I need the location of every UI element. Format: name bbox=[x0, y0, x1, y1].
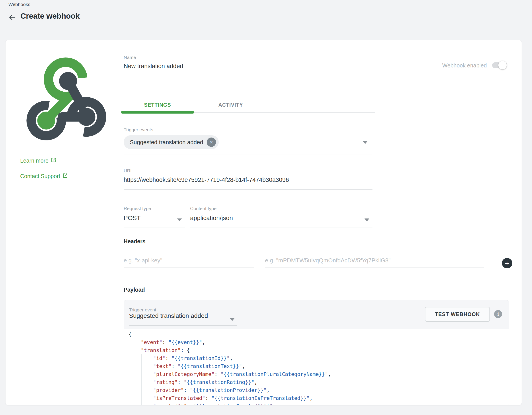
payload-title: Payload bbox=[124, 287, 145, 293]
learn-more-link[interactable]: Learn more bbox=[20, 157, 56, 164]
divider bbox=[124, 155, 372, 155]
add-header-button[interactable]: + bbox=[502, 258, 512, 268]
trigger-event-label: Trigger event bbox=[129, 307, 156, 313]
close-icon[interactable]: ✕ bbox=[207, 138, 216, 147]
learn-more-label: Learn more bbox=[20, 158, 48, 164]
url-label: URL bbox=[124, 168, 133, 173]
chevron-down-icon bbox=[177, 218, 182, 221]
name-input[interactable] bbox=[124, 61, 372, 70]
breadcrumb[interactable]: Webhooks bbox=[9, 2, 30, 7]
code-line: "createdAt": "{{translationCreatedAt}}", bbox=[129, 402, 509, 405]
indent-guide bbox=[128, 338, 128, 405]
code-line: "isPreTranslated": "{{translationIsPreTr… bbox=[129, 394, 509, 402]
request-type-select[interactable]: POST bbox=[124, 213, 185, 228]
headers-title: Headers bbox=[124, 238, 146, 245]
contact-support-link[interactable]: Contact Support bbox=[20, 173, 68, 180]
create-webhook-page: Webhooks Create webhook bbox=[0, 0, 532, 415]
plus-icon: + bbox=[505, 259, 509, 267]
test-webhook-button[interactable]: TEST WEBHOOK bbox=[425, 307, 490, 322]
webhook-card: Learn more Contact Support Name Webhook … bbox=[5, 40, 522, 405]
url-input[interactable] bbox=[124, 174, 372, 183]
indent-guide bbox=[141, 354, 142, 405]
code-line: "provider": "{{translationProvider}}", bbox=[129, 386, 509, 394]
name-field bbox=[124, 61, 372, 76]
open-in-new-icon bbox=[63, 173, 68, 180]
trigger-events-label: Trigger events bbox=[124, 127, 153, 132]
code-line: "rating": "{{translationRating}}", bbox=[129, 378, 509, 386]
info-glyph: i bbox=[497, 311, 499, 317]
payload-code: { "event": "{{event}}", "translation": {… bbox=[124, 329, 509, 405]
arrow-left-icon bbox=[8, 13, 16, 22]
contact-support-label: Contact Support bbox=[20, 173, 60, 179]
header-value-input[interactable] bbox=[265, 251, 484, 267]
divider bbox=[129, 325, 237, 326]
chevron-down-icon[interactable] bbox=[363, 141, 368, 144]
header-key-input[interactable] bbox=[124, 251, 254, 267]
url-field bbox=[124, 174, 372, 190]
back-button[interactable] bbox=[7, 12, 17, 23]
content-type-value: application/json bbox=[190, 215, 233, 222]
payload-panel: Trigger event Suggested translation adde… bbox=[124, 300, 509, 405]
open-in-new-icon bbox=[51, 157, 56, 164]
payload-editor[interactable]: { "event": "{{event}}", "translation": {… bbox=[124, 329, 509, 405]
code-line: "pluralCategoryName": "{{translationPlur… bbox=[129, 370, 509, 378]
request-type-label: Request type bbox=[124, 206, 151, 211]
content-type-label: Content type bbox=[190, 206, 217, 211]
request-type-value: POST bbox=[124, 215, 141, 222]
code-line: "text": "{{translationText}}", bbox=[129, 362, 509, 370]
code-line: "id": "{{translationId}}", bbox=[129, 354, 509, 362]
name-label: Name bbox=[124, 55, 136, 60]
tab-settings[interactable]: SETTINGS bbox=[121, 99, 194, 111]
active-tab-indicator bbox=[121, 111, 194, 114]
code-line: "translation": { bbox=[129, 346, 509, 354]
chip-label: Suggested translation added bbox=[130, 139, 203, 146]
chevron-down-icon bbox=[364, 218, 369, 221]
webhook-enabled-toggle[interactable] bbox=[492, 62, 507, 68]
code-line: "event": "{{event}}", bbox=[129, 338, 509, 346]
chevron-down-icon[interactable] bbox=[230, 318, 235, 321]
webhook-logo bbox=[18, 55, 114, 146]
tab-activity[interactable]: ACTIVITY bbox=[194, 99, 267, 111]
webhook-enabled-label: Webhook enabled bbox=[376, 62, 487, 69]
code-line: { bbox=[129, 330, 509, 338]
content-type-select[interactable]: application/json bbox=[190, 213, 372, 228]
toggle-knob bbox=[498, 61, 507, 69]
trigger-event-chip: Suggested translation added ✕ bbox=[124, 135, 219, 149]
info-icon[interactable]: i bbox=[494, 310, 502, 318]
trigger-event-select[interactable]: Suggested translation added bbox=[129, 312, 208, 319]
page-title: Create webhook bbox=[20, 11, 80, 20]
